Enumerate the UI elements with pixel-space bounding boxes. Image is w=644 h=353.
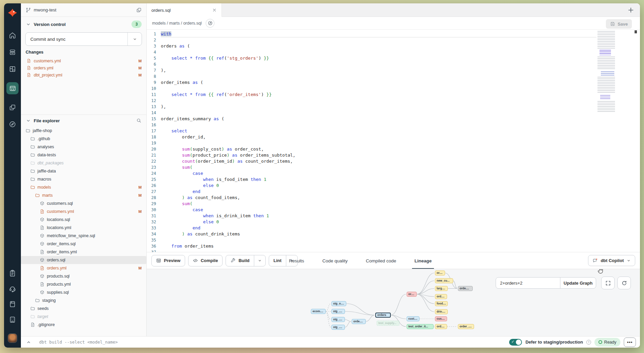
new-tab-plus-icon[interactable] xyxy=(627,6,635,14)
minimap[interactable] xyxy=(597,31,619,115)
home-icon[interactable] xyxy=(9,32,16,39)
file-tree-item[interactable]: customers.sql xyxy=(21,199,146,207)
file-explorer-header[interactable]: File explorer xyxy=(21,117,146,125)
info-icon[interactable]: ? xyxy=(586,340,591,345)
changed-file-row[interactable]: customers.ymlM xyxy=(21,57,146,64)
view-lineage-icon[interactable] xyxy=(206,19,214,28)
refresh-button[interactable] xyxy=(617,277,631,289)
lineage-node[interactable]: order_.... xyxy=(458,324,474,329)
file-tree-item[interactable]: dbt_packages xyxy=(21,159,146,167)
lineage-node[interactable]: or.... xyxy=(407,292,417,297)
compass-icon[interactable] xyxy=(9,121,16,128)
projects-icon[interactable] xyxy=(9,49,16,56)
close-icon[interactable] xyxy=(212,8,217,12)
command-input[interactable]: dbt build --select <model_name> xyxy=(39,340,118,345)
file-tree-item[interactable]: modelsM xyxy=(21,183,146,191)
build-button[interactable]: Build xyxy=(226,255,254,266)
preview-button[interactable]: Preview xyxy=(151,255,185,266)
lineage-node[interactable]: cust.... xyxy=(407,316,419,321)
file-tree-item[interactable]: products.yml xyxy=(21,280,146,288)
lineage-node[interactable]: larg.... xyxy=(435,286,448,291)
lineage-node[interactable]: stg_.... xyxy=(331,317,345,322)
lineage-node[interactable]: ord.... xyxy=(435,324,447,329)
result-tab-compiled-code[interactable]: Compiled code xyxy=(363,252,399,269)
bottom-toolbar: Preview Compile Build xyxy=(147,252,640,269)
lineage-node[interactable]: test_order_it... xyxy=(407,324,434,329)
code-editor-icon[interactable] xyxy=(6,82,19,94)
compare-icon[interactable] xyxy=(9,104,16,111)
editor-scrollbar[interactable] xyxy=(635,30,637,33)
dbt-copilot-button[interactable]: dbt Copilot xyxy=(588,255,635,266)
file-tree-item[interactable]: jaffle-shop xyxy=(21,127,146,135)
file-tree-item[interactable]: order_items.sql xyxy=(21,240,146,248)
lineage-node[interactable]: orde.... xyxy=(352,319,366,324)
dbt-logo-icon[interactable] xyxy=(7,8,18,18)
file-tree-item[interactable]: analyses xyxy=(21,143,146,151)
file-tree-item[interactable]: .github xyxy=(21,135,146,143)
version-control-header[interactable]: Version control 3 xyxy=(21,20,146,28)
file-tree-item[interactable]: seeds xyxy=(21,304,146,313)
lint-button[interactable]: Lint xyxy=(269,255,286,266)
checklist-icon[interactable] xyxy=(9,269,16,277)
commit-and-sync-button[interactable]: Commit and sync xyxy=(25,32,142,46)
file-tree-item[interactable]: orders.sql xyxy=(21,256,146,264)
lineage-selector-input[interactable]: 2+orders+2 xyxy=(496,277,560,289)
lineage-node[interactable]: drin.... xyxy=(435,309,448,314)
lineage-node[interactable]: ord.... xyxy=(435,294,447,299)
result-tab-lineage[interactable]: Lineage xyxy=(412,252,434,269)
lineage-node[interactable]: ecom.... xyxy=(311,309,326,314)
branch-header: mwong-test xyxy=(21,3,146,17)
changed-file-row[interactable]: dbt_project.ymlM xyxy=(21,71,146,78)
update-graph-button[interactable]: Update Graph xyxy=(560,277,596,289)
more-options-button[interactable]: ••• xyxy=(624,338,636,347)
search-icon[interactable] xyxy=(136,118,142,123)
lineage-node[interactable]: stg_.... xyxy=(331,309,345,314)
lineage-node[interactable]: orde.... xyxy=(458,286,473,291)
file-tree-label: .gitignore xyxy=(37,322,55,327)
lineage-node[interactable]: food.... xyxy=(435,301,448,306)
compile-button[interactable]: Compile xyxy=(188,255,223,266)
support-headset-icon[interactable] xyxy=(9,285,16,292)
model-icon xyxy=(40,217,45,222)
file-tree-item[interactable]: .gitignore xyxy=(21,321,146,329)
file-tree-item[interactable]: macros xyxy=(21,175,146,183)
file-tree-item[interactable]: staging xyxy=(21,296,146,304)
chevron-up-icon[interactable] xyxy=(26,340,31,345)
file-tree-item[interactable]: metricflow_time_spine.sql xyxy=(21,232,146,240)
result-tab-code-quality[interactable]: Code quality xyxy=(320,252,350,269)
lineage-node[interactable]: test_supply... xyxy=(377,321,400,326)
copy-branch-icon[interactable] xyxy=(136,7,142,13)
commit-dropdown-chevron[interactable] xyxy=(127,33,142,45)
file-tree-item[interactable]: locations.yml xyxy=(21,224,146,232)
organization-icon[interactable] xyxy=(9,316,16,323)
defer-toggle[interactable]: ✓ xyxy=(509,339,522,346)
file-tree-item[interactable]: data-tests xyxy=(21,151,146,159)
lineage-node[interactable]: new_cu... xyxy=(435,278,453,283)
tab-orders-sql[interactable]: orders.sql xyxy=(147,3,222,17)
changed-file-row[interactable]: orders.ymlM xyxy=(21,64,146,71)
file-tree-item[interactable]: jaffle-data xyxy=(21,167,146,175)
user-avatar[interactable] xyxy=(8,333,17,343)
file-tree-item[interactable]: order_items.yml xyxy=(21,248,146,256)
code-editor[interactable]: 1with23orders as (45 select * from {{ re… xyxy=(147,30,640,252)
lineage-node[interactable]: orders xyxy=(375,313,391,318)
file-tree-item[interactable]: supplies.sql xyxy=(21,288,146,296)
lineage-node[interactable]: stg_.... xyxy=(331,325,345,330)
apps-grid-icon[interactable] xyxy=(9,65,16,73)
build-dropdown-chevron[interactable] xyxy=(254,255,265,266)
file-tree-item[interactable]: target xyxy=(21,313,146,321)
code-line: 1with xyxy=(147,31,640,37)
file-tree-item[interactable]: customers.ymlM xyxy=(21,207,146,216)
fullscreen-button[interactable] xyxy=(601,277,615,289)
save-button[interactable]: Save xyxy=(606,19,632,29)
file-tree-item[interactable]: products.sql xyxy=(21,272,146,280)
file-tree-item[interactable]: orders.ymlM xyxy=(21,264,146,272)
file-tree-item[interactable]: martsM xyxy=(21,191,146,199)
lineage-node[interactable]: cus.... xyxy=(435,316,447,321)
result-tab-results[interactable]: Results xyxy=(287,252,306,269)
lineage-node[interactable]: or.... xyxy=(435,270,445,276)
code-line: 12 xyxy=(147,98,640,104)
file-tree-item[interactable]: locations.sql xyxy=(21,216,146,224)
docs-icon[interactable] xyxy=(9,300,16,308)
lineage-node[interactable]: stg_o.... xyxy=(331,301,346,306)
